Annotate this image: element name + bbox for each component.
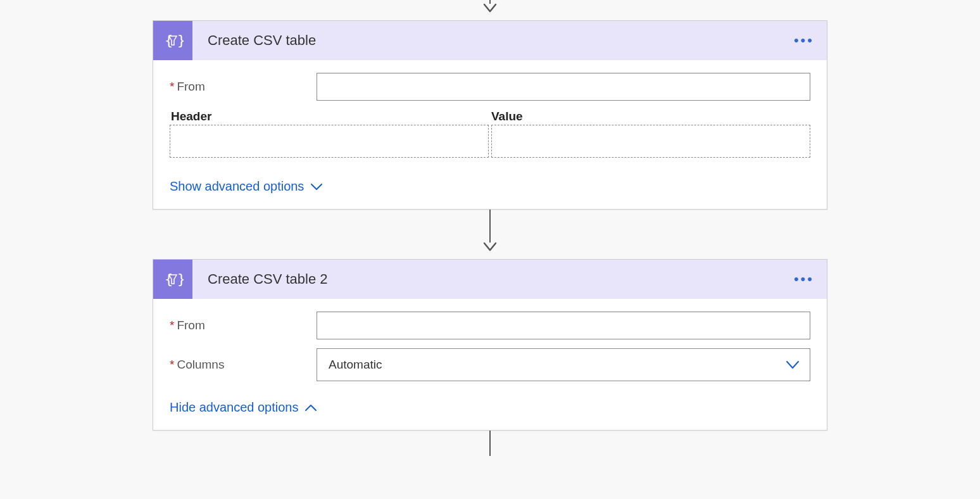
more-icon: ••• xyxy=(794,32,814,48)
action-card-create-csv-table-2[interactable]: { } Create CSV table 2 ••• *From *Column… xyxy=(153,259,827,431)
arrow-head-icon xyxy=(482,241,498,253)
card-menu-button[interactable]: ••• xyxy=(793,268,815,290)
more-icon: ••• xyxy=(794,271,814,287)
arrow-head-icon xyxy=(482,3,498,14)
svg-text:}: } xyxy=(177,271,184,287)
header-column-label: Header xyxy=(170,110,490,123)
columns-select[interactable]: Automatic xyxy=(317,348,810,381)
columns-input-row xyxy=(170,125,810,158)
card-header[interactable]: { } Create CSV table ••• xyxy=(153,21,827,60)
flow-arrow-top xyxy=(482,0,498,14)
field-from: *From xyxy=(170,312,810,339)
chevron-up-icon xyxy=(305,403,317,412)
svg-text:}: } xyxy=(177,32,184,48)
show-advanced-toggle[interactable]: Show advanced options xyxy=(170,174,323,194)
hide-advanced-toggle[interactable]: Hide advanced options xyxy=(170,395,317,415)
chevron-down-icon xyxy=(786,360,800,369)
card-body: *From Header Value Show advanced options xyxy=(153,60,827,209)
card-title: Create CSV table xyxy=(208,32,793,49)
flow-arrow-bottom xyxy=(489,431,491,456)
field-from: *From xyxy=(170,73,810,101)
data-operations-icon: { } xyxy=(153,21,192,60)
field-columns: *Columns Automatic xyxy=(170,348,810,381)
from-input[interactable] xyxy=(317,312,810,339)
card-body: *From *Columns Automatic Hide advanced o… xyxy=(153,299,827,430)
columns-header-row: Header Value xyxy=(170,110,810,123)
chevron-down-icon xyxy=(310,182,323,191)
card-header[interactable]: { } Create CSV table 2 ••• xyxy=(153,260,827,299)
card-menu-button[interactable]: ••• xyxy=(793,30,815,51)
columns-label: *Columns xyxy=(170,358,317,372)
value-column-label: Value xyxy=(490,110,810,123)
from-input[interactable] xyxy=(317,73,810,101)
data-operations-icon: { } xyxy=(153,260,192,299)
value-cell-input[interactable] xyxy=(491,125,810,158)
columns-select-value: Automatic xyxy=(329,358,382,372)
from-label: *From xyxy=(170,80,317,94)
from-label: *From xyxy=(170,319,317,332)
action-card-create-csv-table[interactable]: { } Create CSV table ••• *From Header Va… xyxy=(153,20,827,210)
header-cell-input[interactable] xyxy=(170,125,489,158)
card-title: Create CSV table 2 xyxy=(208,271,793,287)
flow-arrow-mid xyxy=(482,210,498,253)
